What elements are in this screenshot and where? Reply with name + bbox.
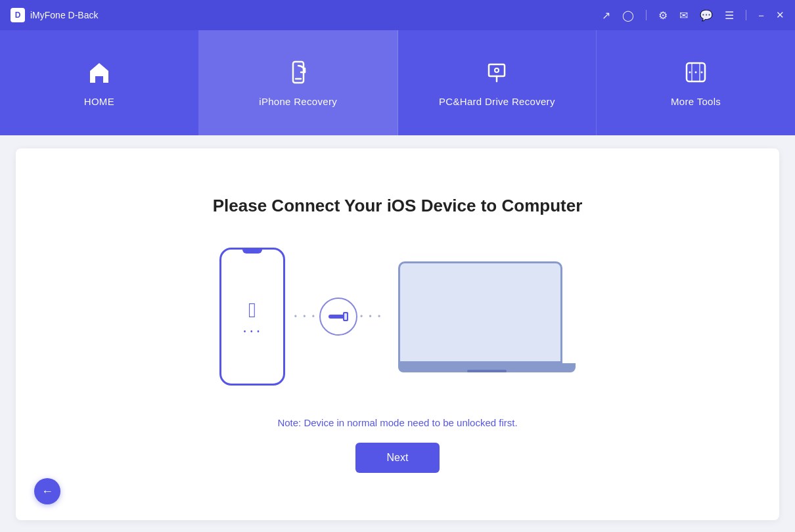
main-content: Please Connect Your iOS Device to Comput…: [16, 148, 779, 520]
title-bar-left: D iMyFone D-Back: [11, 8, 98, 22]
connector-area: • • • • • •: [292, 298, 386, 336]
back-arrow-icon: ←: [41, 485, 53, 499]
title-bar: D iMyFone D-Back ↗ ◯ ⚙ ✉ 💬 ☰ − ✕: [0, 0, 795, 30]
phone-illustration:  • • •: [219, 248, 285, 386]
mail-icon[interactable]: ✉: [679, 9, 688, 22]
svg-rect-2: [489, 64, 505, 76]
menu-icon[interactable]: ☰: [725, 9, 734, 22]
phone-dots: • • •: [244, 328, 261, 335]
phone:  • • •: [219, 248, 285, 386]
illustration:  • • • • • • • • •: [219, 248, 576, 386]
phone-notch: [242, 250, 262, 254]
app-logo: D: [11, 8, 25, 22]
laptop-screen: [398, 261, 562, 363]
tab-home-label: HOME: [84, 96, 114, 107]
close-button[interactable]: ✕: [776, 9, 784, 21]
divider: [646, 10, 647, 20]
tab-iphone-recovery[interactable]: iPhone Recovery: [199, 30, 398, 135]
laptop-illustration: [398, 261, 576, 372]
dots-left: • • •: [294, 312, 317, 321]
tab-pc-recovery-label: PC&Hard Drive Recovery: [439, 96, 555, 107]
pin-icon: [484, 59, 510, 89]
tab-pc-recovery[interactable]: PC&Hard Drive Recovery: [398, 30, 597, 135]
svg-point-8: [689, 71, 691, 73]
note-text: Note: Device in normal mode need to be u…: [277, 417, 517, 428]
refresh-icon: [285, 59, 311, 89]
back-button[interactable]: ←: [34, 478, 60, 504]
svg-point-9: [695, 71, 697, 73]
dots-right: • • •: [360, 312, 382, 321]
minimize-button[interactable]: −: [758, 10, 764, 21]
usb-icon: [329, 311, 348, 322]
svg-point-10: [701, 71, 703, 73]
laptop-base: [398, 363, 576, 372]
title-bar-controls: ↗ ◯ ⚙ ✉ 💬 ☰ − ✕: [602, 9, 784, 22]
next-button[interactable]: Next: [355, 443, 440, 473]
usb-connector: [319, 298, 357, 336]
apple-icon: : [248, 298, 256, 322]
user-icon[interactable]: ◯: [622, 9, 634, 22]
tab-home[interactable]: HOME: [0, 30, 199, 135]
share-icon[interactable]: ↗: [602, 9, 610, 22]
tab-more-tools[interactable]: More Tools: [597, 30, 795, 135]
nav-bar: HOME iPhone Recovery PC&Hard Drive Recov…: [0, 30, 795, 135]
tab-more-tools-label: More Tools: [671, 96, 721, 107]
home-icon: [86, 59, 112, 89]
connect-title: Please Connect Your iOS Device to Comput…: [213, 196, 583, 216]
divider2: [746, 10, 746, 20]
tab-iphone-recovery-label: iPhone Recovery: [259, 96, 337, 107]
svg-rect-13: [344, 313, 347, 320]
settings-icon[interactable]: ⚙: [658, 9, 668, 22]
svg-point-3: [495, 68, 499, 72]
chat-icon[interactable]: 💬: [700, 9, 713, 22]
app-title: iMyFone D-Back: [30, 10, 98, 20]
grid-icon: [683, 59, 709, 89]
